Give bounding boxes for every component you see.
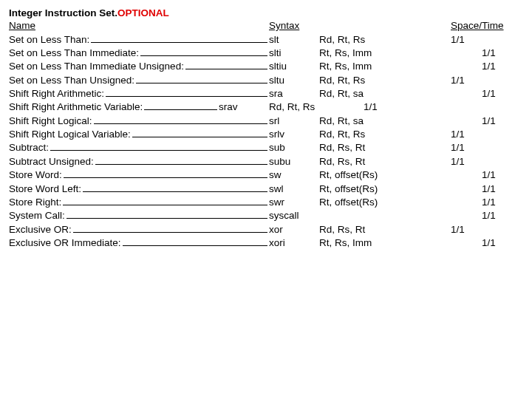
instruction-name: Shift Right Logical:: [9, 115, 269, 128]
name-label: Subtract:: [9, 141, 49, 154]
name-label: Exclusive OR Immediate:: [9, 236, 121, 250]
mnemonic: swl: [269, 183, 319, 196]
space-time-a: 1/1: [451, 74, 482, 87]
instruction-name: Subtract Unsigned:: [9, 155, 269, 168]
instruction-name: System Call:: [9, 209, 269, 222]
operands: Rt, Rs, Imm: [319, 47, 451, 60]
table-row: Set on Less Than Immediate: sltiRt, Rs, …: [9, 47, 523, 60]
name-label: Exclusive OR:: [9, 223, 72, 236]
header-space-time: Space/Time: [451, 19, 504, 33]
operands: Rd, Rt, Rs: [319, 74, 451, 87]
operands: Rt, Rs, Imm: [319, 236, 451, 250]
mnemonic: sw: [269, 168, 319, 182]
table-row: Subtract Unsigned: subuRd, Rs, Rt1/1: [9, 155, 523, 168]
name-label: Store Word:: [9, 168, 62, 182]
instruction-name: Exclusive OR:: [9, 222, 269, 236]
title-line: Integer Instruction Set.OPTIONAL: [9, 7, 523, 19]
table-row: Shift Right Logical Variable: srlvRd, Rt…: [9, 128, 523, 141]
name-label: System Call:: [9, 209, 65, 222]
operands: Rd, Rt, Rs: [319, 33, 451, 47]
instruction-name: Set on Less Than:: [9, 33, 269, 46]
mnemonic: slti: [269, 47, 319, 60]
instruction-name: Set on Less Than Immediate:: [9, 47, 269, 60]
operands: Rd, Rs, Rt: [319, 155, 451, 168]
space-time-b: 1/1: [482, 115, 496, 128]
space-time-b: 1/1: [482, 87, 496, 100]
space-time-b: 1/1: [482, 183, 496, 196]
name-label: Store Word Left:: [9, 183, 81, 196]
mnemonic: srlv: [269, 128, 319, 141]
mnemonic: syscall: [269, 209, 319, 222]
name-label: Shift Right Arithmetic:: [9, 87, 104, 100]
table-row: Store Word: swRt, offset(Rs)1/1: [9, 168, 523, 182]
header-name: Name: [9, 19, 269, 33]
mnemonic: sra: [269, 87, 319, 100]
operands: Rd, Rt, Rs: [319, 128, 451, 141]
name-label: Shift Right Logical Variable:: [9, 128, 131, 141]
underline-fill: [136, 73, 267, 83]
name-label: Set on Less Than Unsigned:: [9, 74, 134, 87]
mnemonic: xor: [269, 223, 319, 236]
operands: Rd, Rt, sa: [319, 115, 451, 128]
space-time-a: 1/1: [451, 223, 482, 236]
underline-fill: [144, 100, 217, 110]
table-row: Exclusive OR: xorRd, Rs, Rt1/1: [9, 222, 523, 236]
instruction-set-page: Integer Instruction Set.OPTIONAL Name Sy…: [0, 0, 532, 257]
operands: Rd, Rt, sa: [319, 87, 451, 100]
underline-fill: [63, 196, 267, 205]
mnemonic: slt: [269, 33, 319, 47]
instruction-name: Shift Right Arithmetic:: [9, 87, 269, 100]
name-label: Set on Less Than:: [9, 33, 89, 47]
space-time-b: 1/1: [482, 47, 496, 60]
space-time-b: 1/1: [482, 60, 496, 73]
instruction-name: Subtract:: [9, 141, 269, 154]
instruction-name: Store Word:: [9, 168, 269, 182]
underline-fill: [64, 168, 267, 178]
underline-fill: [185, 60, 267, 69]
underline-fill: [106, 87, 267, 97]
instruction-name: Exclusive OR Immediate:: [9, 236, 269, 250]
operands: Rt, offset(Rs): [319, 196, 451, 209]
underline-fill: [123, 236, 267, 246]
table-row: System Call: syscall1/1: [9, 209, 523, 222]
table-row: Set on Less Than Unsigned: sltuRd, Rt, R…: [9, 73, 523, 86]
operands: Rt, offset(Rs): [319, 168, 451, 182]
table-row: Shift Right Logical: srlRd, Rt, sa1/1: [9, 115, 523, 128]
space-time-a: 1/1: [451, 141, 482, 154]
operands: Rd, Rs, Rt: [319, 141, 451, 154]
underline-fill: [140, 47, 267, 56]
name-label: Set on Less Than Immediate Unsigned:: [9, 60, 184, 73]
instruction-rows: Set on Less Than:sltRd, Rt, Rs1/1Set on …: [9, 33, 523, 250]
mnemonic: srl: [269, 115, 319, 128]
underline-fill: [132, 128, 267, 137]
underline-fill: [73, 222, 267, 232]
title-suffix-optional: OPTIONAL: [117, 7, 169, 18]
operands: Rd, Rs, Rt: [319, 223, 451, 236]
name-label: Store Right:: [9, 196, 61, 209]
space-time-b: 1/1: [482, 236, 496, 250]
table-row: Set on Less Than Immediate Unsigned: slt…: [9, 60, 523, 73]
operands: Rd, Rt, Rs: [269, 100, 364, 114]
instruction-name: Store Right:: [9, 196, 269, 209]
instruction-name: Set on Less Than Immediate Unsigned:: [9, 60, 269, 73]
mnemonic: srav: [219, 100, 269, 114]
underline-fill: [95, 155, 267, 165]
name-label: Shift Right Logical:: [9, 115, 92, 128]
mnemonic: swr: [269, 196, 319, 209]
header-syntax: Syntax: [269, 19, 451, 33]
table-row: Exclusive OR Immediate: xoriRt, Rs, Imm1…: [9, 236, 523, 250]
underline-fill: [66, 209, 267, 219]
underline-fill: [83, 182, 267, 191]
underline-fill: [91, 33, 267, 42]
mnemonic: sub: [269, 141, 319, 154]
space-time-b: 1/1: [482, 196, 496, 209]
underline-fill: [94, 115, 267, 124]
space-time-b: 1/1: [482, 209, 496, 222]
operands: Rt, Rs, Imm: [319, 60, 451, 73]
space-time-a: 1/1: [451, 128, 482, 141]
instruction-name: Set on Less Than Unsigned:: [9, 73, 269, 86]
title-prefix: Integer Instruction Set.: [9, 7, 117, 18]
space-time-a: 1/1: [451, 33, 482, 47]
name-label: Shift Right Arithmetic Variable:: [9, 100, 143, 114]
space-time: 1/1: [364, 100, 378, 114]
